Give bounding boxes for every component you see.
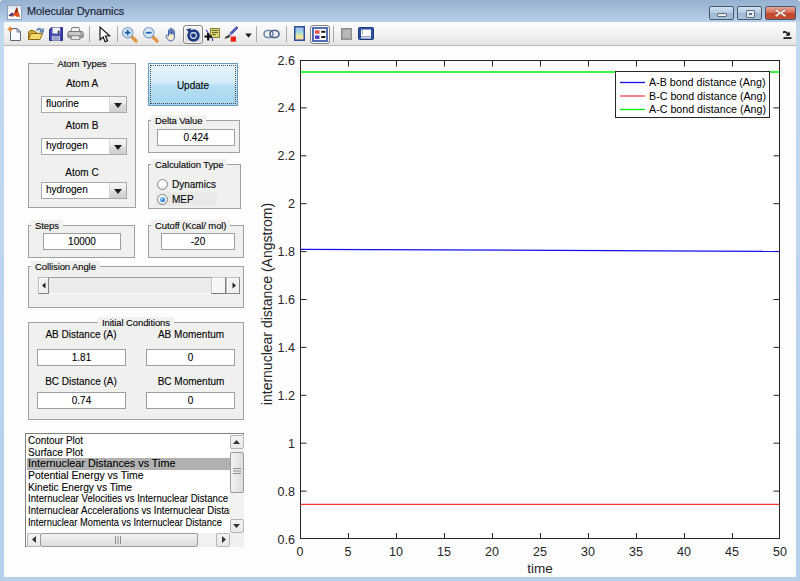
svg-text:15: 15 bbox=[437, 545, 451, 559]
svg-text:35: 35 bbox=[629, 545, 643, 559]
svg-text:2.6: 2.6 bbox=[278, 54, 295, 68]
svg-text:0: 0 bbox=[297, 545, 304, 559]
svg-text:5: 5 bbox=[345, 545, 352, 559]
svg-text:45: 45 bbox=[725, 545, 739, 559]
svg-text:1.4: 1.4 bbox=[278, 341, 295, 355]
svg-text:1.2: 1.2 bbox=[278, 389, 295, 403]
svg-text:10: 10 bbox=[389, 545, 403, 559]
svg-text:25: 25 bbox=[533, 545, 547, 559]
svg-text:0.6: 0.6 bbox=[278, 533, 295, 547]
svg-text:internuclear distance (Angstro: internuclear distance (Angstrom) bbox=[259, 203, 275, 405]
svg-text:0.8: 0.8 bbox=[278, 485, 295, 499]
svg-text:B-C bond distance (Ang): B-C bond distance (Ang) bbox=[649, 90, 766, 102]
svg-text:time: time bbox=[527, 561, 553, 576]
svg-text:1.6: 1.6 bbox=[278, 293, 295, 307]
svg-text:A-C bond distance (Ang): A-C bond distance (Ang) bbox=[649, 103, 766, 115]
svg-text:1.8: 1.8 bbox=[278, 245, 295, 259]
svg-text:20: 20 bbox=[485, 545, 499, 559]
svg-text:40: 40 bbox=[677, 545, 691, 559]
svg-text:50: 50 bbox=[773, 545, 787, 559]
svg-text:2.2: 2.2 bbox=[278, 149, 295, 163]
svg-text:30: 30 bbox=[581, 545, 595, 559]
svg-text:A-B bond distance (Ang): A-B bond distance (Ang) bbox=[649, 76, 765, 88]
svg-text:2: 2 bbox=[288, 197, 295, 211]
svg-text:1: 1 bbox=[288, 437, 295, 451]
svg-text:2.4: 2.4 bbox=[278, 101, 295, 115]
